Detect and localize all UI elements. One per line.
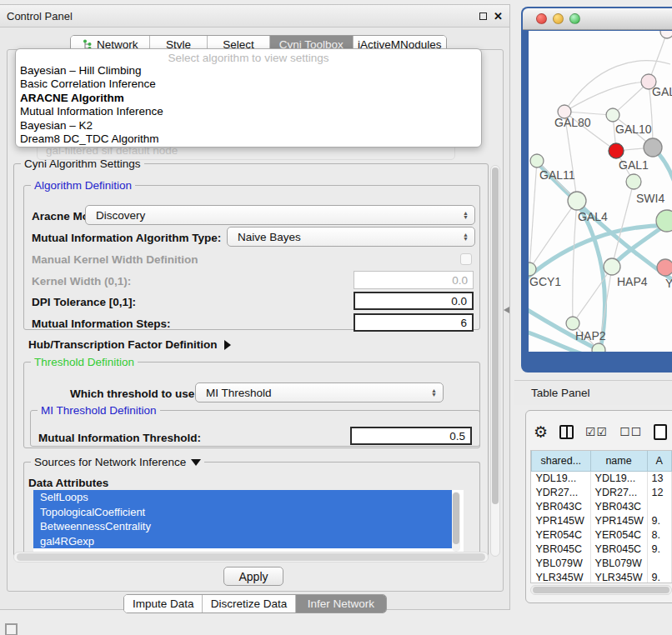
select-all-checkboxes-icon[interactable]: ☑☑ <box>585 425 608 438</box>
node-table[interactable]: shared...nameA YDL19...YDL19...13YDR27..… <box>530 450 672 583</box>
network-node[interactable] <box>530 154 544 168</box>
table-cell: YBR045C <box>532 542 591 556</box>
mi-type-value: Naive Bayes <box>238 231 301 243</box>
network-node[interactable] <box>592 343 605 352</box>
table-cell: YBL079W <box>590 556 647 570</box>
columns-icon[interactable] <box>559 425 574 439</box>
table-cell: 8. <box>647 528 671 542</box>
network-edge[interactable] <box>529 161 537 269</box>
split-handle-icon[interactable] <box>504 307 509 313</box>
column-header[interactable]: A <box>647 451 671 471</box>
settings-horizontal-scrollbar[interactable] <box>13 552 489 562</box>
network-node[interactable] <box>644 138 662 157</box>
table-cell <box>647 556 671 570</box>
hub-definition-label: Hub/Transcription Factor Definition <box>28 338 218 351</box>
apply-button[interactable]: Apply <box>223 567 283 586</box>
algorithm-select-popup: Select algorithm to view settings Bayesi… <box>15 48 482 148</box>
algorithm-option[interactable]: Basic Correlation Inference <box>16 78 481 91</box>
panel-corner-button[interactable] <box>5 623 18 635</box>
which-threshold-combo[interactable]: MI Threshold ▲▼ <box>195 382 444 402</box>
stepper-icon: ▲▼ <box>463 232 469 241</box>
tab-label: Infer Network <box>308 598 374 610</box>
network-edge[interactable] <box>573 201 577 323</box>
algorithm-option[interactable]: ARACNE Algorithm <box>16 92 481 105</box>
attribute-item[interactable]: BetweennessCentrality <box>33 519 452 534</box>
export-table-icon[interactable] <box>654 424 667 440</box>
float-panel-icon[interactable] <box>479 12 487 20</box>
network-canvas[interactable]: GALGAL80GAL10GAL1GAL11GAL4SWI4GCY1HAP4YH… <box>529 31 672 352</box>
zoom-traffic-light-icon[interactable] <box>569 13 580 24</box>
attribute-item[interactable]: TopologicalCoefficient <box>33 505 452 520</box>
network-edge[interactable] <box>564 112 613 115</box>
table-row[interactable]: YER054CYER054C8. <box>532 528 672 542</box>
network-node[interactable] <box>568 192 586 210</box>
gear-icon[interactable]: ⚙ <box>534 424 548 440</box>
algorithm-list: Bayesian – Hill ClimbingBasic Correlatio… <box>16 64 481 146</box>
table-cell: YDL19... <box>590 471 647 485</box>
mi-steps-label: Mutual Information Steps: <box>32 318 171 330</box>
network-node[interactable] <box>604 258 620 275</box>
table-row[interactable]: YBR045CYBR045C9. <box>532 542 672 556</box>
column-header[interactable]: name <box>590 451 647 471</box>
table-horizontal-scrollbar[interactable] <box>530 585 672 595</box>
algorithm-option[interactable]: Dream8 DC_TDC Algorithm <box>16 132 481 146</box>
node-label: HAP4 <box>617 275 648 288</box>
algorithm-option[interactable]: Bayesian – K2 <box>16 119 481 132</box>
table-toolbar: ⚙ ☑☑ ☐☐ <box>534 417 672 447</box>
minimize-traffic-light-icon[interactable] <box>553 13 564 24</box>
table-row[interactable]: YBL079WYBL079W <box>532 556 672 570</box>
hub-definition-expander[interactable]: Hub/Transcription Factor Definition <box>28 338 231 351</box>
network-edge[interactable] <box>564 82 649 112</box>
table-row[interactable]: YDR27...YDR27...12 <box>532 485 672 499</box>
attributes-list-scrollbar[interactable] <box>452 492 460 552</box>
node-label: SWI4 <box>636 192 664 205</box>
algorithm-option[interactable]: Mutual Information Inference <box>16 105 481 118</box>
network-node[interactable] <box>656 210 672 232</box>
table-row[interactable]: YDL19...YDL19...13 <box>532 471 672 485</box>
aracne-mode-value: Discovery <box>96 209 145 222</box>
table-row[interactable]: YBR043CYBR043C <box>532 499 672 513</box>
close-traffic-light-icon[interactable] <box>536 13 547 24</box>
control-panel-window: Control Panel ✕ NetworkStyleSelectCyni T… <box>0 4 510 610</box>
cyni-bottom-tabs: Impute DataDiscretize DataInfer Network <box>123 594 387 613</box>
attribute-item[interactable]: gal4RGexp <box>33 534 452 549</box>
table-row[interactable]: YPR145WYPR145W9. <box>532 513 672 528</box>
threshold-definition-title: Threshold Definition <box>31 356 138 368</box>
table-cell: 9. <box>647 513 671 528</box>
network-node[interactable] <box>657 259 672 276</box>
kernel-width-field[interactable]: 0.0 <box>354 271 474 289</box>
sources-group-title[interactable]: Sources for Network Inference <box>31 456 204 468</box>
network-node[interactable] <box>660 31 672 38</box>
table-cell: 9. <box>647 570 671 583</box>
deselect-all-checkboxes-icon[interactable]: ☐☐ <box>619 425 642 438</box>
tab-impute-data[interactable]: Impute Data <box>124 595 203 612</box>
stepper-icon: ▲▼ <box>463 211 469 219</box>
tab-discretize-data[interactable]: Discretize Data <box>203 595 295 612</box>
network-node[interactable] <box>606 108 619 122</box>
mi-type-label: Mutual Information Algorithm Type: <box>32 232 221 244</box>
close-icon[interactable]: ✕ <box>494 12 503 20</box>
aracne-mode-combo[interactable]: Discovery ▲▼ <box>85 205 475 225</box>
table-cell: 9. <box>647 542 671 556</box>
mi-type-combo[interactable]: Naive Bayes ▲▼ <box>227 227 475 247</box>
network-node[interactable] <box>566 317 579 330</box>
table-cell: YPR145W <box>532 513 591 528</box>
tab-infer-network[interactable]: Infer Network <box>296 595 386 612</box>
algorithm-option[interactable]: Bayesian – Hill Climbing <box>16 64 481 78</box>
table-cell: YBL079W <box>532 556 591 570</box>
network-node[interactable] <box>626 174 641 189</box>
table-row[interactable]: YLR345WYLR345W9. <box>532 570 672 583</box>
table-cell: YBR043C <box>532 499 591 513</box>
manual-kernel-checkbox[interactable] <box>460 253 472 265</box>
data-attributes-list[interactable]: SelfLoopsTopologicalCoefficientBetweenne… <box>33 490 464 553</box>
dpi-tolerance-field[interactable]: 0.0 <box>354 292 474 310</box>
node-label: GAL10 <box>615 122 652 136</box>
network-view-titlebar[interactable] <box>523 8 672 30</box>
mi-steps-field[interactable]: 6 <box>354 313 474 332</box>
attribute-item[interactable]: SelfLoops <box>33 490 452 505</box>
table-panel-title: Table Panel <box>531 387 590 399</box>
settings-vertical-scrollbar[interactable] <box>490 165 500 557</box>
network-node[interactable] <box>609 143 624 158</box>
column-header[interactable]: shared... <box>532 451 591 471</box>
mi-threshold-field[interactable]: 0.5 <box>350 427 472 445</box>
